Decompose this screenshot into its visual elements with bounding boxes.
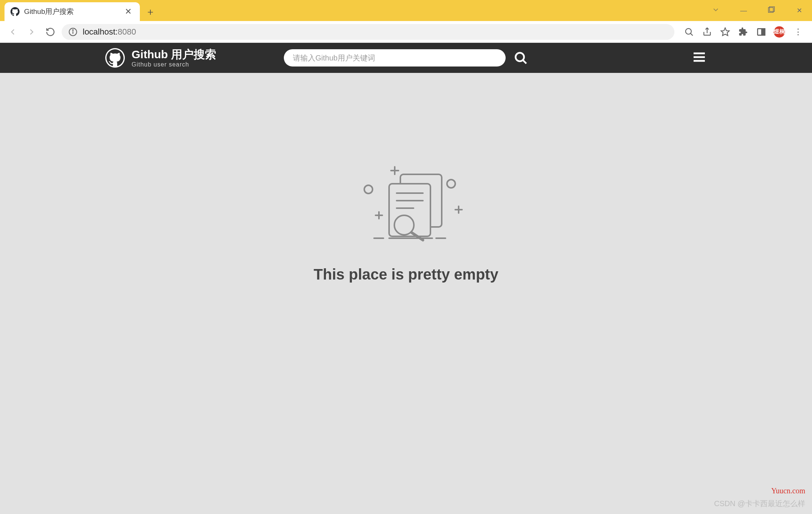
extensions-icon[interactable] — [738, 26, 749, 38]
window-close-icon[interactable]: ✕ — [790, 6, 808, 15]
browser-menu-icon[interactable]: ⋮ — [792, 27, 804, 37]
svg-point-4 — [73, 30, 73, 30]
tab-title: Github用户搜索 — [24, 7, 118, 17]
empty-state-text: This place is pretty empty — [314, 266, 498, 283]
tab-search-icon[interactable] — [707, 6, 725, 16]
watermark-site: Yuucn.com — [771, 487, 805, 495]
svg-point-12 — [515, 53, 524, 62]
svg-point-5 — [686, 28, 691, 34]
window-controls: — ✕ — [707, 0, 812, 21]
svg-line-13 — [523, 60, 526, 63]
search-button[interactable] — [513, 50, 528, 65]
nav-reload-button[interactable] — [43, 24, 58, 39]
main-content: This place is pretty empty Yuucn.com CSD… — [0, 73, 812, 514]
app-title: Github 用户搜索 — [132, 48, 216, 60]
address-bar[interactable]: localhost:8080 — [62, 24, 674, 40]
svg-line-6 — [691, 33, 693, 36]
brand-text: Github 用户搜索 Github user search — [132, 48, 216, 68]
svg-point-27 — [364, 185, 373, 194]
search-input[interactable] — [293, 54, 497, 62]
menu-button[interactable] — [692, 50, 707, 66]
window-minimize-icon[interactable]: — — [735, 7, 753, 15]
profile-avatar[interactable]: 煜桐 — [774, 26, 785, 38]
empty-state-illustration — [338, 163, 474, 243]
brand: Github 用户搜索 Github user search — [105, 48, 216, 68]
app-header: Github 用户搜索 Github user search — [0, 43, 812, 73]
new-tab-button[interactable]: ＋ — [142, 3, 159, 20]
svg-point-28 — [447, 180, 455, 188]
watermark-author: CSDN @卡卡西最近怎么样 — [714, 499, 805, 509]
github-logo-icon — [105, 48, 125, 68]
side-panel-icon[interactable] — [756, 26, 767, 38]
nav-back-button[interactable] — [5, 24, 20, 39]
svg-marker-8 — [721, 28, 729, 36]
browser-toolbar: localhost:8080 煜桐 ⋮ — [0, 21, 812, 43]
site-info-icon[interactable] — [68, 27, 77, 36]
share-icon[interactable] — [701, 26, 713, 38]
browser-tab[interactable]: Github用户搜索 ✕ — [5, 2, 140, 21]
svg-rect-10 — [762, 29, 765, 35]
github-icon — [11, 7, 20, 16]
zoom-icon[interactable] — [683, 26, 695, 38]
bookmark-star-icon[interactable] — [720, 26, 731, 38]
tab-close-icon[interactable]: ✕ — [123, 6, 134, 17]
toolbar-actions: 煜桐 ⋮ — [678, 26, 807, 38]
app-subtitle: Github user search — [132, 61, 216, 68]
url-port: 8080 — [118, 27, 136, 36]
window-maximize-icon[interactable] — [762, 6, 780, 15]
url-text: localhost:8080 — [83, 27, 136, 37]
search-box — [284, 49, 506, 67]
url-host: localhost: — [83, 27, 118, 36]
nav-forward-button[interactable] — [24, 24, 39, 39]
browser-titlebar: Github用户搜索 ✕ ＋ — ✕ — [0, 0, 812, 21]
search-wrap — [284, 49, 528, 67]
